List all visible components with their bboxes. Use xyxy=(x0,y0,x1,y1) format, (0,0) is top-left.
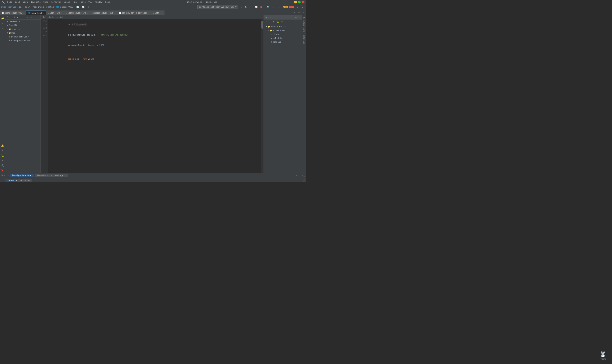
actuator-tab[interactable]: Actuator xyxy=(18,179,32,182)
menu-help[interactable]: Help xyxy=(104,1,111,3)
menu-bar[interactable]: File Edit View Navigate Code Refactor Bu… xyxy=(6,1,111,3)
project-name-label: item-service xyxy=(1,6,16,8)
notifications-edge-tab[interactable]: Notifications xyxy=(303,16,306,33)
tab-index-html-close[interactable]: ✕ xyxy=(43,12,44,14)
maven-add-button[interactable]: + xyxy=(268,20,272,23)
scroll-up-button[interactable]: ↑ xyxy=(1,179,5,182)
problems-collapse-button[interactable]: ∨ xyxy=(300,5,305,9)
synchronize-button[interactable]: 🔄 xyxy=(75,5,80,9)
maven-item-service[interactable]: ▼ 📁 item-service xyxy=(264,25,302,28)
run-tab-itemapplication[interactable]: ItemApplication ✕ xyxy=(10,174,34,177)
profile-button[interactable]: 📈 xyxy=(254,5,259,9)
menu-edit[interactable]: Edit xyxy=(14,1,21,3)
tab-application-yml[interactable]: 📄 application.yml ✕ xyxy=(0,11,26,15)
maven-refresh-button[interactable]: ↻ xyxy=(265,20,268,23)
run-configuration-dropdown[interactable]: CaffeineTest.testEvictByTime ▼ xyxy=(197,5,238,9)
search-everywhere-button[interactable]: 🔍 xyxy=(266,5,271,9)
menu-view[interactable]: View xyxy=(22,1,29,3)
maven-run-button[interactable]: ▶ xyxy=(272,20,276,23)
project-panel-button[interactable]: 📁 xyxy=(0,16,5,21)
tree-item-pagedto[interactable]: ● PageDTO xyxy=(5,23,40,27)
tab-pom-xml-close[interactable]: ✕ xyxy=(148,12,149,14)
menu-vcs[interactable]: VCS xyxy=(87,1,93,3)
tab-item-java[interactable]: ☕ Item.java ✕ xyxy=(46,11,64,15)
tab-item-java-close[interactable]: ✕ xyxy=(61,12,62,14)
coverage-button[interactable]: ☂ xyxy=(249,5,253,9)
tree-item-itemstock[interactable]: ● ItemStock xyxy=(5,20,40,23)
commit-panel-button[interactable]: ✓ xyxy=(0,21,5,26)
tab-application-yml-close[interactable]: ✕ xyxy=(23,12,24,14)
menu-code[interactable]: Code xyxy=(42,1,49,3)
bookmarks-panel-button[interactable]: 🔖 xyxy=(0,168,5,173)
tab-pom-xml-label: pom.xml (item-service) xyxy=(122,12,147,14)
tab-itemhandler-java[interactable]: ☕ ItemHandler.java ✕ xyxy=(64,11,90,15)
editor-settings-button[interactable]: ⚙ xyxy=(297,10,301,15)
tree-item-service[interactable]: ▶ 📁 service xyxy=(5,27,40,31)
services-panel-button[interactable]: ⚡ xyxy=(0,158,5,163)
code-line-133: axios.defaults.timeout = 3000; xyxy=(50,40,259,51)
menu-navigate[interactable]: Navigate xyxy=(30,1,42,3)
maximize-button[interactable]: □ xyxy=(298,1,301,3)
maven-skip-tests-button[interactable]: ⏭ xyxy=(280,20,283,23)
menu-build[interactable]: Build xyxy=(63,1,71,3)
structure-panel-button[interactable]: ≡ xyxy=(0,26,5,31)
debug-button[interactable]: 🐛 xyxy=(244,5,249,9)
run-button[interactable]: ▶ xyxy=(239,5,244,9)
run-bar-settings-button[interactable]: ⚙ xyxy=(294,173,299,178)
maven-item-clean[interactable]: ⚙ clean xyxy=(264,32,302,36)
maven-close-button[interactable]: ✕ xyxy=(298,16,301,19)
maven-debug-button[interactable]: 🐛 xyxy=(276,20,279,23)
tab-itemhandler-java-close[interactable]: ✕ xyxy=(87,12,88,14)
sidebar-collapse-button[interactable]: ≡ xyxy=(29,16,32,19)
project-sidebar: Project ▼ ⊙ ≡ ⚙ ✕ ● ItemStock ● PageDTO … xyxy=(5,15,41,173)
sidebar-sync-button[interactable]: ⊙ xyxy=(26,16,29,19)
sidebar-gear-button[interactable]: ⚙ xyxy=(33,16,36,19)
database-edge-tab[interactable]: Database xyxy=(303,34,306,45)
run-tab-package-close[interactable]: ✕ xyxy=(66,175,66,176)
tabs-overflow-button[interactable]: » xyxy=(292,10,297,15)
sidebar-close-button[interactable]: ✕ xyxy=(36,16,40,19)
editor-scrollbar[interactable] xyxy=(261,19,264,173)
path-file: 🌐 index.html xyxy=(56,6,73,8)
menu-refactor[interactable]: Refactor xyxy=(50,1,62,3)
maven-item-compile[interactable]: ⚙ compile xyxy=(264,40,302,44)
tab-redishandler-java-close[interactable]: ✕ xyxy=(114,12,115,14)
build-panel-button[interactable]: 🔨 xyxy=(0,163,5,168)
run-tab-package[interactable]: item-service [package] ✕ xyxy=(35,174,68,177)
stop-button[interactable]: ⏹ xyxy=(259,5,264,9)
debug-panel-button[interactable]: 🐛 xyxy=(0,153,5,158)
console-tab[interactable]: Console xyxy=(6,179,18,182)
run-panel-button[interactable]: ▶ xyxy=(0,148,5,153)
console-main: Console Actuator 21:14:49:738 DEBUG 1529… xyxy=(6,178,302,182)
forward-button[interactable]: → xyxy=(277,5,281,9)
scrollbar-thumb[interactable] xyxy=(261,21,263,29)
close-button[interactable]: ✕ xyxy=(302,1,305,3)
tree-item-itemapplication[interactable]: ● ItemApplication xyxy=(5,39,40,42)
tab-caffeine[interactable]: ☕ Caff... xyxy=(151,11,164,15)
tab-index-html[interactable]: 🌐 index.html ✕ xyxy=(26,11,46,15)
tree-item-web[interactable]: ▼ 📁 web xyxy=(5,31,40,35)
menu-window[interactable]: Window xyxy=(94,1,104,3)
run-tab-itemapplication-close[interactable]: ✕ xyxy=(32,175,32,176)
project-structure-button[interactable]: 📊 xyxy=(81,5,85,9)
problems-expand-button[interactable]: ∧ xyxy=(295,5,300,9)
notifications-button[interactable]: 🔔 xyxy=(0,143,5,148)
structure-toggle[interactable]: Structure xyxy=(302,179,306,182)
code-editor[interactable]: 131 132 133 134 135 // 设置后台服务地址 axios.de… xyxy=(41,19,264,173)
menu-file[interactable]: File xyxy=(6,1,13,3)
menu-run[interactable]: Run xyxy=(72,1,78,3)
menu-tools[interactable]: Tools xyxy=(79,1,87,3)
editor-close-button[interactable]: ✕ xyxy=(301,10,306,15)
minimize-button[interactable]: ─ xyxy=(294,1,297,3)
window-controls[interactable]: ─ □ ✕ xyxy=(294,1,305,3)
tab-redishandler-java[interactable]: ☕ RedisHandler.java ✕ xyxy=(90,11,117,15)
maven-item-validate[interactable]: ⚙ validate xyxy=(264,36,302,40)
tab-pom-xml[interactable]: 📄 pom.xml (item-service) ✕ xyxy=(117,11,151,15)
tree-item-itemcontroller[interactable]: ● ItemController xyxy=(5,35,40,39)
code-content[interactable]: // 设置后台服务地址 axios.defaults.baseURL = "ht… xyxy=(48,19,261,173)
maven-item-lifecycle[interactable]: ▼ 📁 Lifecycle xyxy=(264,28,302,32)
settings-button[interactable]: ⚙ xyxy=(86,5,91,9)
back-button[interactable]: ← xyxy=(271,5,276,9)
maven-settings-button[interactable]: ⚙ xyxy=(294,16,298,19)
run-tab-itemapplication-label: ItemApplication xyxy=(12,174,31,177)
